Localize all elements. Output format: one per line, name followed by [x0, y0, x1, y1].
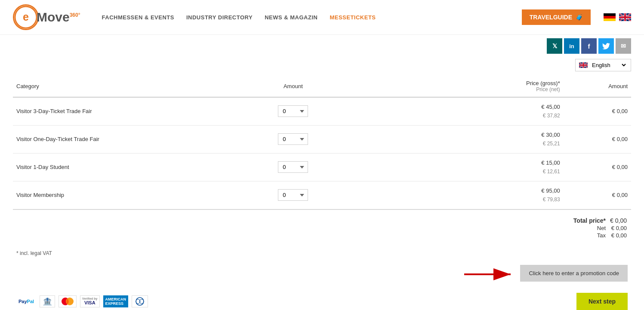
lang-dropdown-wrapper[interactable]: English Deutsch: [575, 59, 631, 71]
col-amount: Amount: [245, 76, 341, 97]
row-category: Visitor One-Day-Ticket Trade Fair: [13, 125, 245, 153]
col-amount2: Amount: [564, 76, 631, 97]
row-qty-cell: 012345: [245, 153, 341, 181]
promo-button[interactable]: Click here to enter a promotion code: [520, 265, 628, 282]
flag-uk[interactable]: [619, 13, 631, 21]
totals-area: Total price* € 0,00 Net € 0,00 Tax € 0,0…: [13, 209, 631, 244]
flag-de[interactable]: [604, 13, 616, 21]
verified-visa-icon: Verified by VISA: [80, 295, 99, 307]
logo-superscript: 360°: [70, 12, 80, 18]
price-gross: € 15,00: [345, 159, 560, 168]
logo[interactable]: e Move360°: [13, 4, 80, 30]
row-price: € 15,00 € 12,61: [341, 153, 564, 181]
ticket-table: Category Amount Price (gross)* Price (ne…: [13, 76, 631, 209]
row-category: Visitor Membership: [13, 181, 245, 209]
net-row: Net € 0,00: [573, 225, 627, 231]
flag-group: [604, 13, 631, 21]
promo-arrow: [464, 265, 516, 282]
nav-news[interactable]: NEWS & MAGAZIN: [265, 14, 317, 21]
row-amount: € 0,00: [564, 153, 631, 181]
net-label: Net: [573, 225, 609, 231]
table-row: Visitor 1-Day Student 012345 € 15,00 € 1…: [13, 153, 631, 181]
row-qty-cell: 012345: [245, 97, 341, 125]
svg-rect-22: [579, 64, 588, 66]
col-category: Category: [13, 76, 245, 97]
xing-icon[interactable]: 𝕏: [547, 38, 562, 54]
price-gross: € 95,00: [345, 187, 560, 196]
svg-rect-4: [604, 18, 616, 21]
logo-brand: Move360°: [37, 11, 80, 24]
tax-value: € 0,00: [610, 232, 627, 239]
tax-label: Tax: [573, 232, 609, 239]
tax-row: Tax € 0,00: [573, 232, 627, 239]
twitter-icon[interactable]: [598, 38, 614, 54]
row-price: € 30,00 € 25,21: [341, 125, 564, 153]
social-bar: 𝕏 in f ✉: [0, 35, 644, 57]
mail-icon[interactable]: ✉: [616, 38, 631, 54]
row-qty-cell: 012345: [245, 125, 341, 153]
language-selector: English Deutsch: [0, 57, 644, 76]
total-price-label: Total price*: [573, 217, 609, 224]
bank-icon: 🏦: [40, 295, 55, 307]
svg-text:e: e: [23, 11, 29, 23]
row-price: € 45,00 € 37,82: [341, 97, 564, 125]
linkedin-icon[interactable]: in: [564, 38, 579, 54]
table-row: Visitor Membership 012345 € 95,00 € 79,8…: [13, 181, 631, 209]
qty-select-2[interactable]: 012345: [278, 161, 308, 173]
main-content: Category Amount Price (gross)* Price (ne…: [0, 76, 644, 310]
paypal-icon: PayPal: [16, 295, 36, 307]
price-net: € 37,82: [345, 112, 560, 120]
qty-select-3[interactable]: 012345: [278, 189, 308, 201]
svg-rect-2: [604, 13, 616, 16]
svg-rect-3: [604, 16, 616, 18]
mastercard-icon: [59, 295, 77, 307]
price-gross: € 45,00: [345, 103, 560, 112]
next-step-button[interactable]: Next step: [576, 293, 628, 310]
qty-select-1[interactable]: 012345: [278, 133, 308, 145]
briefcase-icon: 🧳: [576, 14, 583, 21]
qty-select-0[interactable]: 012345: [278, 105, 308, 117]
main-nav: FACHMESSEN & EVENTS INDUSTRY DIRECTORY N…: [102, 14, 509, 21]
net-value: € 0,00: [610, 225, 627, 231]
row-price: € 95,00 € 79,83: [341, 181, 564, 209]
payment-icons: PayPal 🏦 Verified by VISA AMERICANEXPRES…: [16, 295, 148, 307]
promo-area: Click here to enter a promotion code: [13, 261, 631, 286]
total-price-value: € 0,00: [610, 217, 627, 224]
row-category: Visitor 1-Day Student: [13, 153, 245, 181]
svg-point-27: [136, 298, 144, 305]
col-price-gross: Price (gross)* Price (net): [341, 76, 564, 97]
nav-fachmessen[interactable]: FACHMESSEN & EVENTS: [102, 14, 174, 21]
payment-row: PayPal 🏦 Verified by VISA AMERICANEXPRES…: [13, 286, 631, 310]
language-select[interactable]: English Deutsch: [590, 61, 627, 69]
row-qty-cell: 012345: [245, 181, 341, 209]
diners-icon: [132, 295, 148, 307]
nav-industry[interactable]: INDUSTRY DIRECTORY: [186, 14, 253, 21]
table-header-row: Category Amount Price (gross)* Price (ne…: [13, 76, 631, 97]
table-row: Visitor One-Day-Ticket Trade Fair 012345…: [13, 125, 631, 153]
logo-circle: e: [13, 4, 39, 30]
price-net: € 12,61: [345, 168, 560, 176]
price-gross: € 30,00: [345, 131, 560, 140]
travelguide-button[interactable]: TRAVELGUIDE 🧳: [522, 9, 591, 25]
total-price-row: Total price* € 0,00: [573, 217, 627, 224]
svg-rect-13: [619, 16, 631, 18]
amex-icon: AMERICANEXPRESS: [103, 295, 129, 307]
row-amount: € 0,00: [564, 97, 631, 125]
facebook-icon[interactable]: f: [581, 38, 597, 54]
row-amount: € 0,00: [564, 181, 631, 209]
row-amount: € 0,00: [564, 125, 631, 153]
nav-messetickets[interactable]: MESSETICKETS: [330, 14, 376, 21]
travelguide-label: TRAVELGUIDE: [530, 14, 572, 21]
lang-flag-uk: [579, 62, 588, 68]
vat-notice: * incl. legal VAT: [13, 244, 631, 261]
price-net: € 79,83: [345, 196, 560, 204]
row-category: Visitor 3-Day-Ticket Trade Fair: [13, 97, 245, 125]
totals-table: Total price* € 0,00 Net € 0,00 Tax € 0,0…: [573, 216, 628, 239]
price-net: € 25,21: [345, 140, 560, 148]
header: e Move360° FACHMESSEN & EVENTS INDUSTRY …: [0, 0, 644, 35]
table-row: Visitor 3-Day-Ticket Trade Fair 012345 €…: [13, 97, 631, 125]
